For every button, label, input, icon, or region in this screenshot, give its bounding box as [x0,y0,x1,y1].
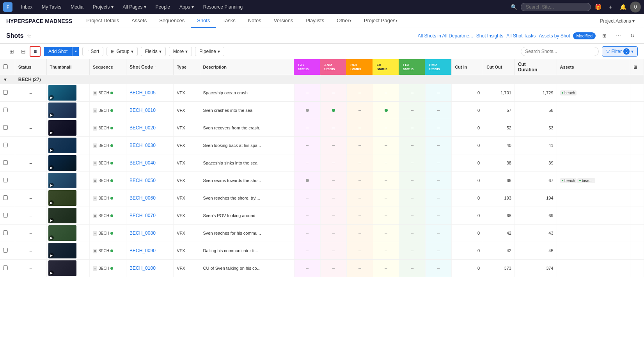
row-thumbnail[interactable]: ▶ [46,119,89,137]
tile-view-btn[interactable]: ⊟ [18,46,29,57]
row-shot-code[interactable]: BECH_0040 [126,154,174,172]
th-sequence[interactable]: Sequence [89,59,126,75]
row-checkbox[interactable] [3,90,8,95]
assets-by-shot-link[interactable]: Assets by Shot [539,33,570,39]
shot-code-link[interactable]: BECH_0050 [130,178,156,183]
row-thumbnail[interactable]: ▶ [46,242,89,260]
row-checkbox[interactable] [3,230,8,235]
select-all-checkbox[interactable] [3,64,8,69]
th-lay-status[interactable]: LAY Status [294,59,320,75]
row-checkbox-cell[interactable] [0,154,15,172]
row-shot-code[interactable]: BECH_0030 [126,137,174,154]
th-status[interactable]: Status [15,59,46,75]
shot-code-link[interactable]: BECH_0010 [130,108,156,113]
tab-project-pages[interactable]: Project Pages [358,14,404,28]
row-checkbox-cell[interactable] [0,225,15,242]
th-description[interactable]: Description [200,59,294,75]
tab-versions[interactable]: Versions [268,14,300,28]
row-checkbox[interactable] [3,195,8,200]
row-checkbox-cell[interactable] [0,189,15,207]
app-logo[interactable]: F [3,2,12,12]
search-shots-input[interactable] [521,47,599,56]
th-lgt-status[interactable]: LGT Status [399,59,425,75]
row-checkbox[interactable] [3,265,8,270]
row-checkbox[interactable] [3,213,8,218]
more-options-icon[interactable]: ⋯ [613,30,624,41]
nav-all-pages[interactable]: All Pages [119,3,150,11]
shot-insights-link[interactable]: Shot Insights [476,33,503,39]
filter-button[interactable]: ▽ Filter 3 ▾ [602,46,638,57]
shot-code-link[interactable]: BECH_0090 [130,248,156,253]
row-checkbox-cell[interactable] [0,172,15,189]
th-fx-status[interactable]: FX Status [373,59,399,75]
row-shot-code[interactable]: BECH_0005 [126,84,174,102]
group-collapse-icon[interactable]: ▼ [0,75,15,84]
row-checkbox[interactable] [3,143,8,147]
add-shot-button[interactable]: Add Shot [44,47,72,56]
nav-people[interactable]: People [152,3,174,11]
row-shot-code[interactable]: BECH_0050 [126,172,174,189]
row-checkbox-cell[interactable] [0,84,15,102]
row-shot-code[interactable]: BECH_0020 [126,119,174,137]
row-thumbnail[interactable]: ▶ [46,102,89,119]
row-thumbnail[interactable]: ▶ [46,225,89,242]
add-icon[interactable]: + [605,2,616,12]
tab-assets[interactable]: Assets [125,14,153,28]
row-checkbox[interactable] [3,108,8,112]
add-shot-dropdown-button[interactable]: ▾ [72,47,79,56]
fields-button[interactable]: Fields ▾ [141,47,166,56]
shot-code-link[interactable]: BECH_0040 [130,160,156,166]
pipeline-button[interactable]: Pipeline ▾ [195,47,224,56]
tab-notes[interactable]: Notes [242,14,268,28]
row-checkbox[interactable] [3,160,8,165]
row-thumbnail[interactable]: ▶ [46,260,89,277]
notification-icon[interactable]: 🔔 [617,2,628,12]
th-cut-in[interactable]: Cut In [452,59,483,75]
shot-code-link[interactable]: BECH_0030 [130,143,156,148]
th-cmp-status[interactable]: CMP Status [426,59,452,75]
th-cfx-status[interactable]: CFX Status [347,59,373,75]
row-thumbnail[interactable]: ▶ [46,137,89,154]
row-checkbox-cell[interactable] [0,242,15,260]
search-icon[interactable]: 🔍 [508,2,519,12]
tab-playlists[interactable]: Playlists [300,14,331,28]
th-assets[interactable]: Assets [557,59,630,75]
row-shot-code[interactable]: BECH_0010 [126,102,174,119]
row-checkbox-cell[interactable] [0,260,15,277]
refresh-icon[interactable]: ↻ [627,30,638,41]
shot-code-link[interactable]: BECH_0005 [130,90,156,95]
project-actions-button[interactable]: Project Actions ▾ [597,17,638,25]
tab-project-details[interactable]: Project Details [80,14,125,28]
row-thumbnail[interactable]: ▶ [46,207,89,225]
list-view-btn[interactable]: ≡ [30,46,41,57]
modified-badge[interactable]: Modified [573,32,596,39]
row-thumbnail[interactable]: ▶ [46,189,89,207]
th-anm-status[interactable]: ANM Status [321,59,347,75]
grid-view-btn[interactable]: ⊞ [6,46,17,57]
row-thumbnail[interactable]: ▶ [46,172,89,189]
nav-media[interactable]: Media [67,3,87,11]
row-shot-code[interactable]: BECH_0080 [126,225,174,242]
star-icon[interactable]: ☆ [27,33,32,39]
nav-inbox[interactable]: Inbox [17,3,36,11]
th-cut-duration[interactable]: CutDuration [514,59,557,75]
th-checkbox[interactable] [0,59,15,75]
row-checkbox-cell[interactable] [0,119,15,137]
tab-sequences[interactable]: Sequences [153,14,191,28]
user-avatar[interactable]: U [630,2,641,12]
th-shot-code[interactable]: Shot Code ↑ [126,59,174,75]
row-shot-code[interactable]: BECH_0070 [126,207,174,225]
row-thumbnail[interactable]: ▶ [46,84,89,102]
shot-code-link[interactable]: BECH_0020 [130,125,156,131]
nav-my-tasks[interactable]: My Tasks [38,3,65,11]
row-checkbox[interactable] [3,248,8,253]
row-checkbox[interactable] [3,178,8,182]
row-checkbox-cell[interactable] [0,137,15,154]
row-checkbox-cell[interactable] [0,207,15,225]
shot-code-link[interactable]: BECH_0080 [130,230,156,236]
th-extra[interactable]: ⊞ [630,59,644,75]
row-checkbox-cell[interactable] [0,102,15,119]
tab-other[interactable]: Other [330,14,358,28]
row-shot-code[interactable]: BECH_0060 [126,189,174,207]
gift-icon[interactable]: 🎁 [593,2,603,12]
